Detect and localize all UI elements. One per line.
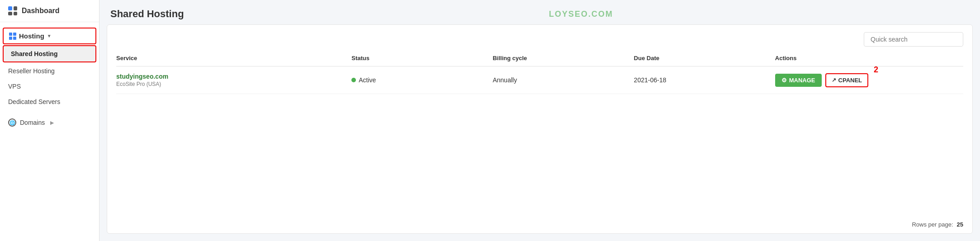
col-actions: Actions bbox=[775, 55, 963, 61]
status-cell: Active bbox=[351, 76, 492, 84]
shared-hosting-label: Shared Hosting bbox=[11, 50, 57, 57]
domains-arrow-icon: ▶ bbox=[50, 120, 54, 126]
table-row: studyingseo.com EcoSite Pro (USA) Active… bbox=[116, 66, 963, 94]
col-status: Status bbox=[351, 55, 492, 61]
search-input[interactable] bbox=[864, 32, 963, 47]
badge-2: 2 bbox=[874, 65, 878, 75]
service-name-link[interactable]: studyingseo.com bbox=[116, 73, 351, 80]
domains-label: Domains bbox=[20, 119, 45, 126]
service-cell: studyingseo.com EcoSite Pro (USA) bbox=[116, 73, 351, 87]
table-footer: Rows per page: 25 bbox=[107, 216, 972, 233]
cpanel-button[interactable]: ↗ CPANEL bbox=[825, 73, 868, 87]
dashboard-label: Dashboard bbox=[22, 7, 60, 15]
table-container: Service Status Billing cycle Due Date Ac… bbox=[107, 50, 972, 216]
dedicated-servers-label: Dedicated Servers bbox=[8, 98, 60, 105]
page-header: Shared Hosting LOYSEO.COM bbox=[99, 0, 980, 24]
content-panel: Service Status Billing cycle Due Date Ac… bbox=[107, 24, 973, 234]
table-header: Service Status Billing cycle Due Date Ac… bbox=[116, 50, 963, 66]
col-service: Service bbox=[116, 55, 351, 61]
chevron-down-icon: ▼ bbox=[47, 33, 52, 38]
sidebar-item-vps[interactable]: VPS bbox=[0, 79, 99, 94]
sidebar-item-domains[interactable]: 🌐 Domains ▶ bbox=[0, 114, 99, 131]
cpanel-button-wrapper: ↗ CPANEL 2 bbox=[825, 73, 868, 87]
status-dot bbox=[351, 78, 356, 82]
service-plan: EcoSite Pro (USA) bbox=[116, 81, 351, 87]
cpanel-label: CPANEL bbox=[838, 77, 862, 84]
sidebar-item-dedicated-servers[interactable]: Dedicated Servers bbox=[0, 94, 99, 109]
gear-icon: ⚙ bbox=[781, 77, 787, 84]
rows-per-page-value: 25 bbox=[957, 221, 963, 228]
status-text: Active bbox=[359, 76, 376, 84]
billing-cell: Annually bbox=[492, 76, 634, 84]
sidebar: Dashboard Hosting ▼ Shared Hosting Resel… bbox=[0, 0, 99, 241]
col-billing-cycle: Billing cycle bbox=[492, 55, 634, 61]
search-bar-row bbox=[107, 25, 972, 50]
sidebar-item-reseller-hosting[interactable]: Reseller Hosting bbox=[0, 63, 99, 79]
manage-label: MANAGE bbox=[789, 77, 815, 84]
sidebar-item-shared-hosting[interactable]: Shared Hosting bbox=[3, 45, 96, 62]
hosting-label: Hosting bbox=[19, 32, 44, 40]
globe-icon: 🌐 bbox=[8, 118, 16, 127]
site-watermark: LOYSEO.COM bbox=[193, 9, 969, 19]
sidebar-dashboard[interactable]: Dashboard bbox=[0, 0, 99, 22]
dashboard-icon bbox=[8, 6, 17, 15]
actions-cell: ⚙ MANAGE ↗ CPANEL 2 bbox=[775, 73, 963, 87]
col-due-date: Due Date bbox=[634, 55, 775, 61]
hosting-icon bbox=[9, 33, 16, 40]
external-link-icon: ↗ bbox=[832, 77, 836, 83]
sidebar-item-hosting[interactable]: Hosting ▼ bbox=[3, 28, 96, 44]
main-content: Shared Hosting LOYSEO.COM Service Status… bbox=[99, 0, 980, 241]
reseller-hosting-label: Reseller Hosting bbox=[8, 67, 55, 75]
manage-button[interactable]: ⚙ MANAGE bbox=[775, 74, 822, 87]
due-date-cell: 2021-06-18 bbox=[634, 76, 775, 84]
page-title: Shared Hosting bbox=[110, 8, 184, 20]
sidebar-hosting-section: Hosting ▼ Shared Hosting Reseller Hostin… bbox=[0, 22, 99, 112]
rows-per-page-label: Rows per page: bbox=[912, 221, 953, 228]
vps-label: VPS bbox=[8, 83, 21, 90]
